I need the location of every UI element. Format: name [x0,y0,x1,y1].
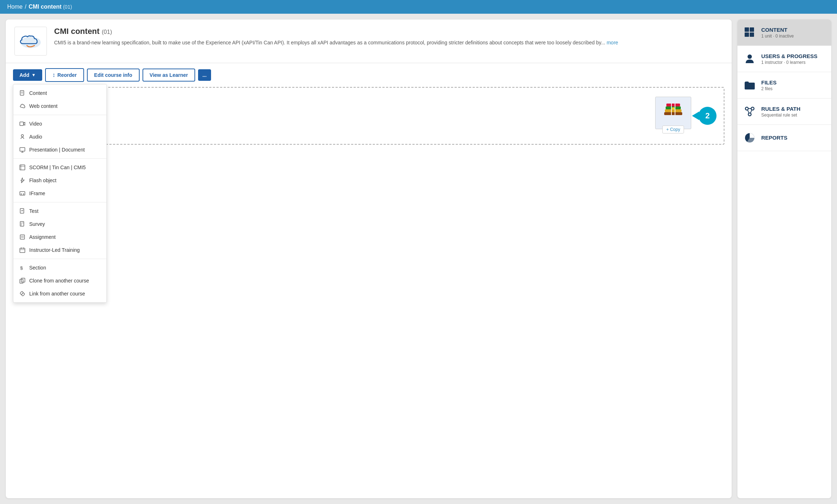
home-link[interactable]: Home [7,4,23,10]
breadcrumb-separator: / [25,4,26,10]
link-icon [19,290,26,297]
sidebar-item-users-progress[interactable]: USERS & PROGRESS 1 instructor · 0 learne… [737,46,831,72]
balloon-2: 2 [698,107,717,125]
course-header: CMI content (01) CMI5 is a brand-new lea… [6,19,732,63]
main-container: CMI content (01) CMI5 is a brand-new lea… [0,14,837,504]
svg-line-47 [748,110,749,113]
dropdown-label-link: Link from another course [29,291,85,297]
grid-icon [743,26,756,39]
dropdown-label-iframe: IFrame [29,190,45,196]
dropdown-item-iframe[interactable]: IFrame [13,187,106,200]
more-options-button[interactable]: ... [198,69,211,81]
dropdown-item-ilt[interactable]: Instructor-Led Training [13,244,106,257]
dropdown-item-survey[interactable]: Survey [13,218,106,231]
page-title: CMI content(01) [29,4,72,10]
svg-point-18 [21,225,22,225]
reports-title: REPORTS [761,135,825,141]
content-sub: 1 unit · 0 inactive [761,34,825,39]
sidebar-item-content[interactable]: CONTENT 1 unit · 0 inactive [737,19,831,46]
reorder-button[interactable]: ↕ Reorder [45,68,84,82]
sidebar-item-rules-path[interactable]: RULES & PATH Sequential rule set [737,98,831,125]
svg-text:§: § [20,265,23,271]
section-icon: § [19,264,26,271]
cloud-icon [18,30,43,52]
content-area: CMI content (01) CMI5 is a brand-new lea… [6,19,732,498]
dropdown-item-content[interactable]: Content [13,87,106,100]
dropdown-label-survey: Survey [29,221,45,227]
dropdown-item-assignment[interactable]: Assignment [13,231,106,244]
dropdown-item-section[interactable]: § Section [13,261,106,274]
dropdown-label-test: Test [29,208,39,214]
svg-rect-41 [750,32,754,37]
files-sidebar-text: FILES 2 files [761,79,825,91]
dropdown-label-flash: Flash object [29,178,56,183]
users-title: USERS & PROGRESS [761,53,825,59]
rules-icon [743,105,756,118]
svg-rect-38 [745,27,749,32]
content-title: CONTENT [761,27,825,33]
course-title: CMI content (01) [54,27,723,36]
sidebar-item-files[interactable]: FILES 2 files [737,72,831,98]
flash-icon [19,177,26,184]
edit-course-info-button[interactable]: Edit course info [87,69,140,82]
svg-point-16 [21,223,22,223]
top-nav: Home / CMI content(01) [0,0,837,14]
dropdown-label-video: Video [29,121,42,127]
dropdown-item-audio[interactable]: Audio [13,130,106,143]
doc-icon [19,90,26,96]
course-info: CMI content (01) CMI5 is a brand-new lea… [54,27,723,47]
svg-line-30 [22,293,23,294]
dropdown-label-assignment: Assignment [29,234,56,240]
svg-rect-10 [20,165,25,170]
dropdown-item-presentation[interactable]: Presentation | Document [13,143,106,156]
person-icon [743,52,756,65]
course-logo [14,27,47,56]
rules-sidebar-text: RULES & PATH Sequential rule set [761,106,825,118]
svg-point-17 [21,224,22,224]
folder-icon [743,79,756,92]
svg-rect-34 [666,104,680,106]
svg-rect-13 [20,192,25,195]
svg-rect-15 [20,222,24,226]
svg-rect-23 [20,248,25,253]
rules-sub: Sequential rule set [761,113,825,118]
svg-rect-20 [20,235,25,239]
svg-line-48 [750,110,752,113]
dropdown-label-section: Section [29,265,46,271]
svg-point-42 [748,54,752,59]
svg-rect-39 [750,27,754,32]
drop-zone: 1 [13,87,724,145]
copy-button[interactable]: + Copy [662,126,684,133]
svg-point-6 [21,135,23,137]
iframe-icon [19,190,26,197]
svg-rect-4 [20,122,23,126]
view-as-learner-button[interactable]: View as Learner [143,69,195,82]
dropdown-label-web-content: Web content [29,103,57,109]
svg-rect-40 [745,32,749,37]
dropdown-label-content: Content [29,90,47,96]
add-button[interactable]: Add ▼ [13,69,42,81]
more-link[interactable]: more [606,40,618,45]
users-sidebar-text: USERS & PROGRESS 1 instructor · 0 learne… [761,53,825,65]
archive-thumb [662,101,684,124]
video-icon [19,120,26,127]
dropdown-item-web-content[interactable]: Web content [13,100,106,113]
files-sub: 2 files [761,86,825,91]
svg-rect-7 [20,148,25,151]
right-sidebar: CONTENT 1 unit · 0 inactive USERS & PROG… [737,19,831,498]
cloud-small-icon [19,103,26,109]
scorm-icon [19,164,26,171]
dropdown-label-ilt: Instructor-Led Training [29,247,80,253]
dropdown-item-flash[interactable]: Flash object [13,174,106,187]
assignment-icon [19,234,26,240]
dropdown-item-scorm[interactable]: SCORM | Tin Can | CMI5 [13,161,106,174]
rules-title: RULES & PATH [761,106,825,112]
files-title: FILES [761,79,825,86]
dropdown-item-link[interactable]: Link from another course [13,287,106,300]
dropdown-item-video[interactable]: Video [13,117,106,130]
dropdown-item-test[interactable]: Test [13,205,106,218]
sidebar-item-reports[interactable]: REPORTS [737,125,831,151]
dropdown-item-clone[interactable]: Clone from another course [13,274,106,287]
toolbar: Add ▼ ↕ Reorder Edit course info View as… [6,63,732,87]
svg-marker-5 [23,122,25,125]
